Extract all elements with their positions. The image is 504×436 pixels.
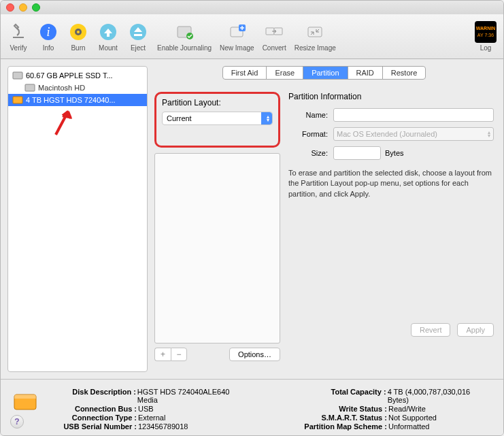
desc-key: Disk Description : <box>48 388 136 404</box>
layout-highlight: Partition Layout: Current ▴▾ <box>154 92 280 148</box>
burn-label: Burn <box>71 44 85 52</box>
svg-rect-13 <box>308 27 322 37</box>
tab-first-aid[interactable]: First Aid <box>223 67 267 79</box>
new-image-label: New Image <box>220 44 254 52</box>
minimize-button[interactable] <box>19 3 27 12</box>
microscope-icon <box>7 21 29 43</box>
disk-item-apple-ssd[interactable]: 60.67 GB APPLE SSD T... <box>8 69 147 82</box>
type-val: External <box>138 414 165 422</box>
size-label: Size: <box>288 149 328 157</box>
enable-journaling-button[interactable]: Enable Journaling <box>157 21 212 52</box>
volume-item-macintosh-hd[interactable]: Macintosh HD <box>8 82 147 94</box>
partition-info-column: Partition Information Name: Format: Mac … <box>288 92 494 357</box>
external-disk-icon <box>12 95 23 105</box>
chevron-updown-icon: ▴▾ <box>488 131 490 137</box>
partition-panel: Partition Layout: Current ▴▾ + − O <box>154 92 494 357</box>
verify-label: Verify <box>10 44 27 52</box>
tab-bar: First Aid Erase Partition RAID Restore <box>154 66 494 80</box>
svg-text:i: i <box>46 25 50 39</box>
tab-erase[interactable]: Erase <box>267 67 303 79</box>
content-area: 60.67 GB APPLE SSD T... Macintosh HD 4 T… <box>1 59 503 379</box>
tab-partition[interactable]: Partition <box>303 67 348 79</box>
partition-diagram[interactable] <box>154 153 280 343</box>
disk-utility-window: Verify i Info Burn Mount Eject Enable Jo… <box>0 0 504 436</box>
resize-label: Resize Image <box>295 44 336 52</box>
smart-key: S.M.A.R.T. Status : <box>285 414 387 422</box>
enable-journaling-label: Enable Journaling <box>157 44 212 52</box>
layout-label: Partition Layout: <box>162 98 273 107</box>
disk-label: 4 TB HGST HDS 724040... <box>26 96 116 104</box>
layout-value: Current <box>167 114 192 122</box>
info-col-left: Disk Description : HGST HDS 724040ALE640… <box>48 388 251 431</box>
eject-icon <box>127 21 149 43</box>
write-val: Read/Write <box>388 405 426 413</box>
smart-val: Not Supported <box>388 414 437 422</box>
tab-raid[interactable]: RAID <box>348 67 383 79</box>
eject-button[interactable]: Eject <box>127 21 149 52</box>
volume-label: Macintosh HD <box>38 84 85 92</box>
journal-icon <box>173 21 195 43</box>
bus-val: USB <box>138 405 154 413</box>
add-remove-group: + − <box>154 348 187 361</box>
layout-dropdown[interactable]: Current ▴▾ <box>162 112 273 125</box>
warning-icon: WARNINAY 7:36 <box>475 21 497 43</box>
convert-button[interactable]: Convert <box>263 21 286 52</box>
mount-icon <box>97 21 119 43</box>
svg-rect-21 <box>14 395 36 399</box>
internal-disk-icon <box>12 71 23 80</box>
serial-key: USB Serial Number : <box>48 422 137 431</box>
svg-text:AY 7:36: AY 7:36 <box>477 33 494 37</box>
help-text: To erase and partition the selected disk… <box>288 168 494 199</box>
resize-image-button[interactable]: Resize Image <box>295 21 336 52</box>
convert-icon <box>263 21 285 43</box>
chevron-updown-icon: ▴▾ <box>267 115 269 122</box>
size-input[interactable] <box>333 146 381 160</box>
log-button[interactable]: WARNINAY 7:36 Log <box>475 21 497 52</box>
format-value: Mac OS Extended (Journaled) <box>337 130 437 138</box>
svg-rect-18 <box>13 97 22 103</box>
options-button[interactable]: Options… <box>229 348 280 361</box>
mount-button[interactable]: Mount <box>97 21 119 52</box>
info-bar: Disk Description : HGST HDS 724040ALE640… <box>1 379 503 436</box>
format-label: Format: <box>288 130 328 138</box>
bus-key: Connection Bus : <box>48 405 137 413</box>
type-key: Connection Type : <box>48 414 137 422</box>
svg-text:WARNIN: WARNIN <box>476 26 495 31</box>
name-input[interactable] <box>333 108 494 122</box>
apply-button[interactable]: Apply <box>457 323 494 337</box>
svg-rect-16 <box>13 72 22 79</box>
capacity-key: Total Capacity : <box>285 388 386 404</box>
burn-icon <box>67 21 89 43</box>
close-button[interactable] <box>6 3 14 12</box>
convert-label: Convert <box>263 44 286 52</box>
zoom-button[interactable] <box>32 3 40 12</box>
svg-rect-17 <box>25 84 35 91</box>
new-image-button[interactable]: New Image <box>220 21 254 52</box>
add-partition-button[interactable]: + <box>154 348 171 361</box>
new-image-icon <box>226 21 248 43</box>
info-icon: i <box>37 21 59 43</box>
burn-button[interactable]: Burn <box>67 21 89 52</box>
revert-button[interactable]: Revert <box>411 323 450 337</box>
tab-restore[interactable]: Restore <box>383 67 426 79</box>
partition-info-title: Partition Information <box>288 92 494 101</box>
serial-val: 123456789018 <box>138 422 188 431</box>
help-button[interactable]: ? <box>10 415 24 429</box>
titlebar[interactable] <box>1 1 503 14</box>
size-unit: Bytes <box>385 149 404 157</box>
eject-label: Eject <box>131 44 146 52</box>
verify-button[interactable]: Verify <box>7 21 29 52</box>
desc-val: HGST HDS 724040ALE640 Media <box>137 388 251 404</box>
disk-sidebar[interactable]: 60.67 GB APPLE SSD T... Macintosh HD 4 T… <box>7 66 148 372</box>
name-label: Name: <box>288 111 328 119</box>
window-controls <box>6 3 40 12</box>
disk-item-hgst[interactable]: 4 TB HGST HDS 724040... <box>8 94 147 106</box>
remove-partition-button[interactable]: − <box>171 348 187 361</box>
annotation-arrow <box>50 109 78 136</box>
external-disk-large-icon <box>12 388 39 415</box>
scheme-key: Partition Map Scheme : <box>285 422 387 431</box>
log-label: Log <box>480 44 492 52</box>
capacity-val: 4 TB (4,000,787,030,016 Bytes) <box>388 388 492 404</box>
format-select[interactable]: Mac OS Extended (Journaled) ▴▾ <box>333 127 494 141</box>
info-button[interactable]: i Info <box>37 21 59 52</box>
